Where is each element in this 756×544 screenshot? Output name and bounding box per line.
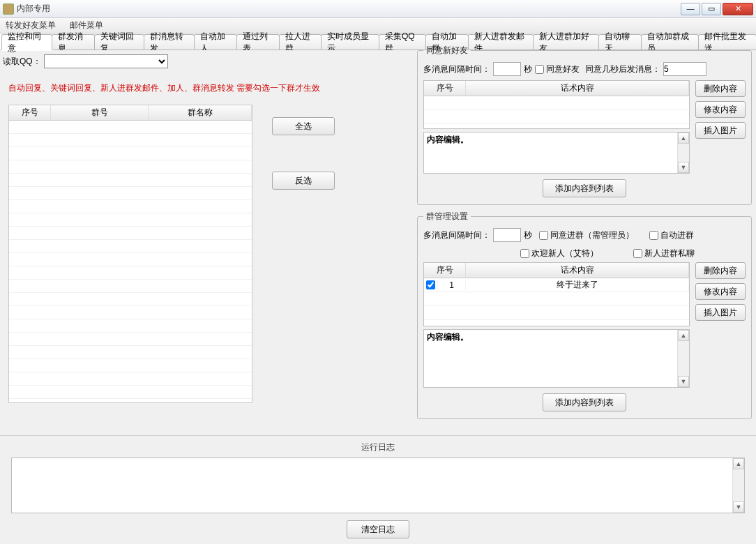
tab-live-members[interactable]: 实时成员显示 [321, 34, 379, 50]
readqq-label: 读取QQ： [3, 56, 41, 68]
group-add-to-list-button[interactable]: 添加内容到列表 [543, 393, 626, 411]
close-button[interactable]: ✕ [723, 3, 753, 15]
readqq-select[interactable] [44, 54, 168, 68]
tab-monitor-agree[interactable]: 监控和同意 [1, 34, 52, 50]
log-section: 运行日志 ▲▼ 清空日志 [0, 435, 756, 544]
welcome-checkbox[interactable] [520, 249, 529, 258]
welcome-label: 欢迎新人（艾特） [531, 248, 598, 259]
maximize-button[interactable]: ▭ [702, 3, 721, 15]
group-scripts-body[interactable]: 1 终于进来了 [424, 278, 689, 320]
titlebar: 内部专用 — ▭ ✕ [0, 0, 756, 18]
window-title: 内部专用 [17, 3, 50, 15]
group-second-label: 秒 [524, 229, 532, 241]
log-textbox[interactable]: ▲▼ [11, 458, 745, 513]
group-insert-image-button[interactable]: 插入图片 [695, 304, 746, 321]
clear-log-button[interactable]: 清空日志 [347, 520, 409, 538]
scrollbar[interactable]: ▲▼ [677, 330, 689, 387]
friend-edit-textarea[interactable] [424, 147, 676, 172]
group-modify-button[interactable]: 修改内容 [695, 283, 746, 300]
app-icon [3, 3, 14, 15]
agree-friend-legend: 同意新好友 [423, 45, 471, 56]
private-label: 新人进群私聊 [644, 248, 695, 259]
tab-pass-list[interactable]: 通过列表 [236, 34, 280, 50]
group-interval-input[interactable] [493, 228, 521, 242]
tab-pull-to-group[interactable]: 拉人进群 [279, 34, 322, 50]
group-row1-index: 1 [438, 280, 466, 290]
group-manage-panel: 群管理设置 多消息间隔时间： 秒 同意进群（需管理员） 自动进群 欢迎新人（艾特… [417, 211, 752, 419]
group-edit-textarea[interactable] [424, 345, 676, 385]
friend-interval-label: 多消息间隔时间： [423, 63, 490, 75]
tab-auto-add[interactable]: 自动加人 [194, 34, 237, 50]
friend-delete-button[interactable]: 删除内容 [695, 80, 746, 97]
friend-edit-label: 内容编辑。 [424, 133, 471, 147]
friend-modify-button[interactable]: 修改内容 [695, 101, 746, 118]
group-edit-label: 内容编辑。 [424, 330, 471, 345]
group-tbl-h2[interactable]: 话术内容 [466, 263, 689, 278]
group-table-header-number[interactable]: 群号 [51, 105, 149, 120]
friend-delay-label: 同意几秒后发消息： [585, 63, 660, 75]
auto-group-label: 自动进群 [660, 229, 694, 241]
invert-select-button[interactable]: 反选 [272, 172, 335, 190]
friend-delay-input[interactable] [663, 62, 706, 76]
group-interval-label: 多消息间隔时间： [423, 229, 490, 241]
friend-add-to-list-button[interactable]: 添加内容到列表 [543, 179, 626, 197]
friend-interval-input[interactable] [493, 62, 521, 76]
tab-mass-send[interactable]: 群发消息 [52, 34, 95, 50]
agree-friend-checkbox[interactable] [535, 65, 544, 74]
red-note: 自动回复、关键词回复、新人进群发邮件、加人、群消息转发 需要勾选一下群才生效 [8, 82, 320, 94]
friend-insert-image-button[interactable]: 插入图片 [695, 122, 746, 139]
friend-tbl-h2[interactable]: 话术内容 [466, 81, 689, 96]
friend-scripts-body[interactable] [424, 96, 689, 124]
group-delete-button[interactable]: 删除内容 [695, 262, 746, 279]
friend-second-label: 秒 [524, 63, 532, 75]
agree-friend-check-label: 同意好友 [546, 63, 580, 75]
agree-group-label: 同意进群（需管理员） [550, 229, 634, 241]
group-manage-legend: 群管理设置 [423, 211, 471, 222]
auto-group-checkbox[interactable] [649, 231, 658, 240]
private-checkbox[interactable] [633, 249, 642, 258]
select-all-button[interactable]: 全选 [272, 117, 335, 135]
tab-msg-forward[interactable]: 群消息转发 [144, 34, 195, 50]
group-row1-checkbox[interactable] [426, 280, 435, 289]
scrollbar[interactable]: ▲▼ [732, 458, 744, 513]
friend-tbl-h1[interactable]: 序号 [424, 81, 466, 96]
agree-group-checkbox[interactable] [539, 231, 548, 240]
group-row1-text: 终于进来了 [466, 279, 689, 291]
group-table-body[interactable] [9, 121, 252, 402]
group-tbl-h1[interactable]: 序号 [424, 263, 466, 278]
minimize-button[interactable]: — [681, 3, 700, 15]
log-title: 运行日志 [0, 441, 756, 453]
group-table: 序号 群号 群名称 [8, 105, 252, 403]
group-table-header-index[interactable]: 序号 [9, 105, 51, 120]
scrollbar[interactable]: ▲▼ [677, 133, 689, 173]
agree-friend-panel: 同意新好友 多消息间隔时间： 秒 同意好友 同意几秒后发消息： 序号 话术内容 [417, 45, 752, 205]
tab-keyword-reply[interactable]: 关键词回复 [94, 34, 145, 50]
group-table-header-name[interactable]: 群名称 [149, 105, 252, 120]
